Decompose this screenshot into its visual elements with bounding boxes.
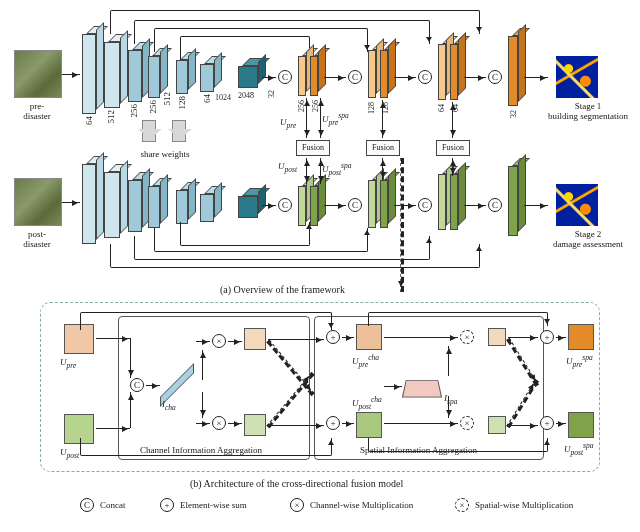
b-Upost-cha [356,412,382,438]
b-a10 [342,337,354,338]
b-concat: C [130,378,144,392]
b-res-post-spa [488,416,506,434]
fusion-3: Fusion [436,140,470,156]
concat-bot-1: C [278,198,292,212]
dec-pre-3a [438,44,446,100]
dash-fusion-to-b [400,158,404,292]
enc-post-6 [200,194,214,222]
dec-pre-4 [508,36,518,106]
dim-d128a: 128 [368,102,377,114]
b-lbl-Upost-cha: Upostcha [352,396,382,411]
b-sum-2: + [326,416,340,430]
b-lbl-Upost: Upost [60,448,79,460]
label-pre-disaster: pre- disaster [10,102,64,122]
b-a12t [448,346,449,376]
dec-post-3a [438,174,446,230]
b-sum-1: + [326,330,340,344]
dec-pre-2a [368,50,376,98]
label-share-weights: share weights [130,150,200,160]
label-stage1: Stage 1 building segmentation [540,102,636,122]
b-skip2-top [368,312,548,326]
concat-top-2: C [348,70,362,84]
dec-post-2a [368,180,376,228]
dec-arr-t1 [262,77,276,78]
fus-arr-1tR [320,98,321,138]
enc-pre-3 [128,50,142,102]
enc-pre-5 [176,60,188,94]
dim-256a: 256 [130,104,140,118]
enc-post-1 [82,164,96,244]
dec-arr-t2 [324,77,346,78]
b-lbl-Upre-cha: Uprecha [352,354,379,369]
arrow-post-in [62,202,80,203]
dim-2048: 2048 [238,92,254,101]
b-spatmul-1: × [460,330,474,344]
leg-elemsum-sym: + [160,498,174,512]
enc-pre-6 [200,64,214,92]
b-res-pre-cha [244,328,266,350]
fus-arr-1b [306,158,307,184]
fus-arr-1t [306,98,307,138]
dec-pre-1b [310,56,318,96]
share-weights-arrow-1 [142,120,156,142]
dim-d64a: 64 [438,104,447,112]
b-sum-3: + [540,330,554,344]
dim-d32: 32 [510,110,519,118]
enc-post-4 [148,186,160,228]
concat-top-4: C [488,70,502,84]
output-stage2 [556,184,598,226]
concat-top-1: C [278,70,292,84]
skip-bot-4 [180,222,310,246]
lbl-Upost: Upost [278,162,297,174]
leg-chanmul-sym: × [290,498,304,512]
b-a4v [202,350,203,380]
dim-64a: 64 [85,116,95,125]
dim-512b: 512 [163,92,173,106]
b-lbl-Upre: Upre [60,358,76,370]
b-a18 [556,423,566,424]
b-sum-4: + [540,416,554,430]
b-a12 [384,386,402,387]
b-skip-top [80,312,332,330]
b-a7 [228,423,242,424]
b-Upost-spa [568,412,594,438]
b-a17 [556,337,566,338]
b-a1v [130,338,131,378]
b-a2v [130,392,131,428]
b-res-pre-spa [488,328,506,346]
enc-post-7 [238,196,258,218]
dec-post-1a [298,186,306,226]
b-a8 [268,339,324,340]
dec-post-2b [380,180,388,228]
b-res-post-cha [244,414,266,436]
enc-post-3 [128,180,142,232]
enc-post-2 [104,172,120,238]
b-a5 [196,423,210,424]
dec-arr-b4 [464,205,486,206]
dim-1024: 1024 [215,94,231,103]
b-Upre-cha [356,324,382,350]
b-a12b [448,396,449,418]
b-lbl-Ispa: Ispa [444,394,457,406]
dec-pre-1a [298,56,306,96]
output-stage1 [556,56,598,98]
lbl-Upost-spa: Upostspa [322,162,351,177]
fus-arr-2t [382,100,383,138]
lbl-Upre-spa: Uprespa [322,112,349,127]
b-lbl-Upre-spa-out: Uprespa [566,354,593,369]
share-weights-arrow-2 [172,120,186,142]
label-post-disaster: post- disaster [10,230,64,250]
dim-32a: 32 [268,90,277,98]
dec-arr-b2 [324,205,346,206]
dec-pre-2b [380,50,388,98]
concat-bot-3: C [418,198,432,212]
fus-arr-1bR [320,158,321,184]
arrow-pre-in [62,74,80,75]
dec-pre-3b [450,44,458,100]
caption-b: (b) Architecture of the cross-directiona… [190,478,403,489]
lbl-Upre: Upre [280,118,296,130]
b-a1 [96,338,130,339]
concat-top-3: C [418,70,432,84]
dec-arr-b1 [262,205,276,206]
b-a5v [202,392,203,418]
